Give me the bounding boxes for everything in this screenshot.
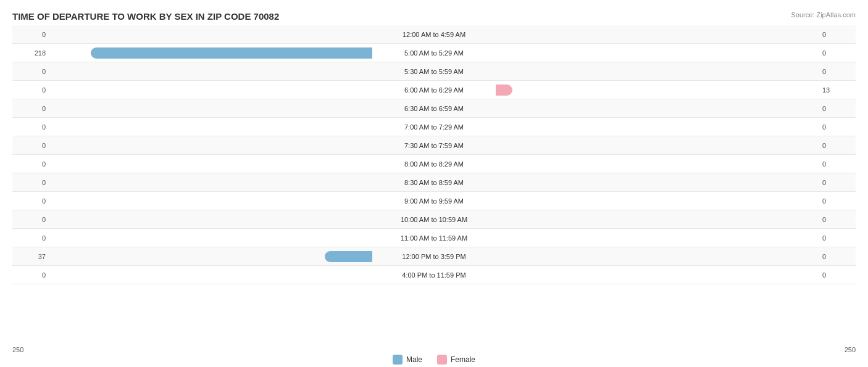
female-bar-side: [496, 103, 819, 114]
female-value: 0: [819, 179, 856, 186]
female-value: 0: [819, 271, 856, 279]
female-bar-side: [496, 140, 819, 151]
table-row: 09:00 AM to 9:59 AM0: [12, 192, 856, 210]
time-label: 7:30 AM to 7:59 AM: [372, 142, 496, 149]
female-value: 0: [819, 123, 856, 131]
time-label: 12:00 PM to 3:59 PM: [372, 253, 496, 260]
time-label: 7:00 AM to 7:29 AM: [372, 123, 496, 131]
male-bar-side: [49, 233, 372, 244]
male-bar-side: [49, 122, 372, 133]
chart-title: TIME OF DEPARTURE TO WORK BY SEX IN ZIP …: [12, 11, 856, 22]
table-row: 07:30 AM to 7:59 AM0: [12, 136, 856, 155]
female-value: 0: [819, 253, 856, 260]
female-value: 0: [819, 197, 856, 205]
time-label: 8:00 AM to 8:29 AM: [372, 160, 496, 168]
table-row: 07:00 AM to 7:29 AM0: [12, 118, 856, 136]
axis-left: 250: [12, 346, 23, 353]
female-bar-side: [496, 251, 819, 262]
table-row: 2185:00 AM to 5:29 AM0: [12, 44, 856, 62]
male-value: 0: [12, 31, 49, 38]
male-bar-side: [49, 140, 372, 151]
male-value: 0: [12, 142, 49, 149]
female-bar-side: [496, 122, 819, 133]
male-bar-side: [49, 251, 372, 262]
legend-female: Female: [437, 355, 475, 365]
female-legend-box: [437, 355, 447, 365]
male-value: 0: [12, 86, 49, 94]
time-label: 10:00 AM to 10:59 AM: [372, 216, 496, 223]
legend-male: Male: [393, 355, 422, 365]
female-value: 0: [819, 31, 856, 38]
male-value: 0: [12, 123, 49, 131]
male-bar: [91, 47, 372, 59]
male-value: 0: [12, 68, 49, 75]
male-bar-side: [49, 66, 372, 77]
male-bar-side: [49, 270, 372, 281]
male-value: 0: [12, 160, 49, 168]
male-bar-side: [49, 29, 372, 40]
female-value: 0: [819, 68, 856, 75]
time-label: 9:00 AM to 9:59 AM: [372, 197, 496, 205]
male-bar-side: [49, 214, 372, 225]
female-bar-side: [496, 233, 819, 244]
time-label: 6:30 AM to 6:59 AM: [372, 105, 496, 112]
axis-right: 250: [845, 346, 856, 353]
female-value: 0: [819, 105, 856, 112]
female-value: 0: [819, 216, 856, 223]
male-value: 0: [12, 216, 49, 223]
table-row: 010:00 AM to 10:59 AM0: [12, 210, 856, 229]
male-label: Male: [406, 355, 422, 364]
female-value: 0: [819, 142, 856, 149]
time-label: 11:00 AM to 11:59 AM: [372, 234, 496, 242]
chart-container: TIME OF DEPARTURE TO WORK BY SEX IN ZIP …: [0, 0, 868, 367]
female-value: 0: [819, 160, 856, 168]
male-value: 0: [12, 197, 49, 205]
female-label: Female: [451, 355, 475, 364]
female-bar-side: [496, 85, 819, 96]
male-value: 0: [12, 234, 49, 242]
time-label: 4:00 PM to 11:59 PM: [372, 271, 496, 279]
female-value: 0: [819, 49, 856, 57]
bottom-section: 250 250 Male Female: [12, 344, 856, 365]
table-row: 08:30 AM to 8:59 AM0: [12, 173, 856, 192]
chart-area: 012:00 AM to 4:59 AM02185:00 AM to 5:29 …: [12, 25, 856, 313]
female-bar-side: [496, 159, 819, 170]
time-label: 6:00 AM to 6:29 AM: [372, 86, 496, 94]
source-label: Source: ZipAtlas.com: [791, 11, 856, 19]
male-bar-side: [49, 47, 372, 59]
male-legend-box: [393, 355, 403, 365]
table-row: 011:00 AM to 11:59 AM0: [12, 229, 856, 247]
female-value: 0: [819, 234, 856, 242]
time-label: 5:30 AM to 5:59 AM: [372, 68, 496, 75]
axis-labels: 250 250: [12, 344, 856, 353]
male-bar: [325, 251, 372, 262]
female-bar-side: [496, 196, 819, 207]
female-bar-side: [496, 66, 819, 77]
male-value: 218: [12, 49, 49, 57]
male-value: 0: [12, 271, 49, 279]
table-row: 08:00 AM to 8:29 AM0: [12, 155, 856, 173]
male-value: 0: [12, 179, 49, 186]
female-bar-side: [496, 177, 819, 188]
table-row: 04:00 PM to 11:59 PM0: [12, 266, 856, 284]
table-row: 06:00 AM to 6:29 AM13: [12, 81, 856, 99]
male-value: 0: [12, 105, 49, 112]
female-bar-side: [496, 29, 819, 40]
female-bar-side: [496, 47, 819, 59]
time-label: 12:00 AM to 4:59 AM: [372, 31, 496, 38]
legend: Male Female: [12, 355, 856, 365]
table-row: 05:30 AM to 5:59 AM0: [12, 62, 856, 81]
male-bar-side: [49, 85, 372, 96]
male-value: 37: [12, 253, 49, 260]
male-bar-side: [49, 177, 372, 188]
male-bar-side: [49, 196, 372, 207]
female-bar-side: [496, 270, 819, 281]
male-bar-side: [49, 159, 372, 170]
table-row: 012:00 AM to 4:59 AM0: [12, 25, 856, 44]
female-bar-side: [496, 214, 819, 225]
female-value: 13: [819, 86, 856, 94]
table-row: 06:30 AM to 6:59 AM0: [12, 99, 856, 118]
male-bar-side: [49, 103, 372, 114]
time-label: 5:00 AM to 5:29 AM: [372, 49, 496, 57]
table-row: 3712:00 PM to 3:59 PM0: [12, 247, 856, 266]
